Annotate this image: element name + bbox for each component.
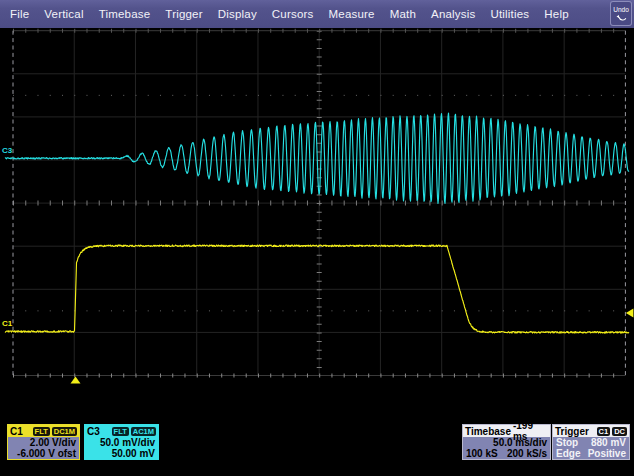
menu-item-display[interactable]: Display [218, 8, 257, 20]
undo-button-label: Undo [613, 6, 629, 13]
c1-box-title: C1 [10, 426, 23, 437]
trigger-source-badge: C1 [597, 427, 611, 436]
trigger-level-marker[interactable] [626, 309, 634, 318]
menu-item-cursors[interactable]: Cursors [272, 8, 314, 20]
timebase-box-title: Timebase [465, 426, 511, 437]
timebase-record-length: 100 kS [466, 448, 498, 459]
menu-item-help[interactable]: Help [544, 8, 568, 20]
c3-offset: 50.00 mV [85, 448, 158, 459]
timebase-sample-rate: 200 kS/s [507, 448, 547, 459]
c3-box-title: C3 [87, 426, 100, 437]
menu-item-file[interactable]: File [10, 8, 29, 20]
undo-arrow-icon [616, 14, 627, 22]
channel-c1-descriptor-box[interactable]: C1 FLT DC1M 2.00 V/div -6.000 V ofst [7, 424, 80, 460]
trigger-slope: Positive [588, 448, 626, 459]
menu-item-utilities[interactable]: Utilities [490, 8, 529, 20]
trigger-time-marker[interactable] [71, 377, 81, 384]
c3-filter-badge: FLT [112, 427, 129, 436]
c1-volts-per-div: 2.00 V/div [8, 437, 79, 448]
trace-c3 [5, 113, 629, 203]
channel-c3-descriptor-box[interactable]: C3 FLT AC1M 50.0 mV/div 50.00 mV [84, 424, 159, 460]
trigger-coupling-badge: DC [612, 427, 627, 436]
menu-item-timebase[interactable]: Timebase [99, 8, 151, 20]
waveform-display [0, 0, 634, 476]
c1-coupling-badge: DC1M [52, 427, 77, 436]
menu-bar: File Vertical Timebase Trigger Display C… [0, 0, 634, 28]
timebase-scale: 50.0 ms/div [463, 437, 550, 448]
trigger-type: Edge [556, 448, 580, 459]
c1-filter-badge: FLT [33, 427, 50, 436]
c1-box-header: C1 FLT DC1M [8, 425, 79, 437]
c3-coupling-badge: AC1M [131, 427, 156, 436]
trigger-level: 880 mV [591, 437, 626, 448]
timebase-box-header: Timebase -199 ms [463, 425, 550, 437]
c3-zero-level-label[interactable]: C3 [2, 147, 12, 155]
menu-item-measure[interactable]: Measure [329, 8, 375, 20]
trigger-box-header: Trigger C1 DC [553, 425, 629, 437]
menu-item-trigger[interactable]: Trigger [165, 8, 202, 20]
c3-volts-per-div: 50.0 mV/div [85, 437, 158, 448]
undo-button[interactable]: Undo [610, 1, 632, 26]
c3-box-header: C3 FLT AC1M [85, 425, 158, 437]
c1-offset: -6.000 V ofst [8, 448, 79, 459]
trigger-descriptor-box[interactable]: Trigger C1 DC Stop 880 mV Edge Positive [552, 424, 630, 460]
menu-item-analysis[interactable]: Analysis [431, 8, 475, 20]
menu-item-math[interactable]: Math [390, 8, 416, 20]
trigger-box-title: Trigger [555, 426, 589, 437]
menu-item-vertical[interactable]: Vertical [44, 8, 83, 20]
timebase-descriptor-box[interactable]: Timebase -199 ms 50.0 ms/div 100 kS 200 … [462, 424, 551, 460]
c1-zero-level-label[interactable]: C1 [2, 320, 12, 328]
trigger-mode: Stop [556, 437, 578, 448]
